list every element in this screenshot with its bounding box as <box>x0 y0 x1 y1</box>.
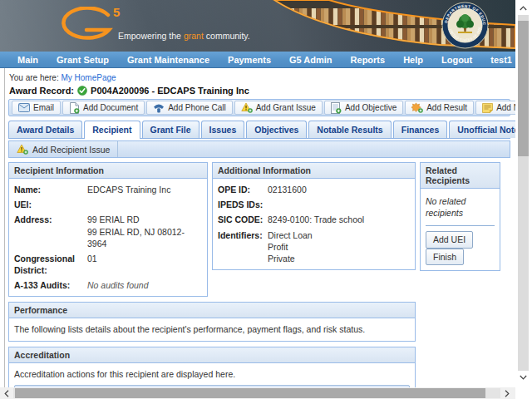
address-value: 99 ERIAL RD 99 ERIAL RD, NJ 08012-3964 <box>87 214 202 249</box>
add-grant-issue-button-label: Add Grant Issue <box>256 103 316 112</box>
add-objective-button-label: Add Objective <box>345 103 397 112</box>
breadcrumb-homepage-link[interactable]: My HomePage <box>61 73 116 82</box>
breadcrumb-label: You are here: <box>9 73 59 82</box>
award-tabstrip: Award Details Recipient Grant File Issue… <box>8 121 510 139</box>
recipient-sub-toolbar: Add Recipient Issue <box>8 140 510 158</box>
tagline-prefix: Empowering the <box>118 31 181 41</box>
nav-item-reports[interactable]: Reports <box>342 55 395 65</box>
recipient-tab-body: Recipient Information Name: EDCAPS Train… <box>8 162 510 387</box>
tab-award-details[interactable]: Award Details <box>8 121 82 138</box>
g5-logo-5: 5 <box>113 5 120 19</box>
recipient-information-title: Recipient Information <box>9 163 207 179</box>
tagline-highlight: grant <box>184 31 204 41</box>
nav-item-logout[interactable]: Logout <box>432 55 481 65</box>
sic-code-value: 8249-0100: Trade school <box>268 214 410 225</box>
a133-audits-value: No audits found <box>87 279 202 291</box>
performance-panel: Performance The following lists details … <box>8 302 416 341</box>
nav-item-payments[interactable]: Payments <box>219 55 280 65</box>
nav-item-grant-maintenance[interactable]: Grant Maintenance <box>118 55 219 65</box>
scroll-left-icon[interactable] <box>0 387 12 399</box>
add-recipient-issue-button[interactable]: Add Recipient Issue <box>9 141 118 157</box>
congressional-district-value: 01 <box>87 253 202 276</box>
add-grant-issue-button[interactable]: Add Grant Issue <box>234 101 323 115</box>
finish-button[interactable]: Finish <box>426 249 464 265</box>
result-star-plus-icon <box>411 102 423 113</box>
additional-information-panel: Additional Information OPE ID: 02131600 … <box>212 162 416 270</box>
a133-audits-label: A-133 Audits: <box>14 279 84 291</box>
nav-item-main[interactable]: Main <box>8 55 47 65</box>
divider <box>426 225 495 226</box>
objective-plus-icon <box>331 102 342 114</box>
identifiers-value: Direct Loan Profit Private <box>268 229 410 265</box>
ope-id-value: 02131600 <box>268 184 410 195</box>
content-area: You are here: My HomePage Award Record: … <box>4 68 515 387</box>
g5-application-window: 5 Empowering the grant community. DEPART… <box>0 0 532 399</box>
tab-finances[interactable]: Finances <box>393 121 448 138</box>
related-recipients-empty-message: No related recipients <box>426 194 495 224</box>
tab-grant-file[interactable]: Grant File <box>142 121 200 138</box>
add-document-button[interactable]: Add Document <box>62 101 145 115</box>
accreditation-title: Accreditation <box>9 347 415 363</box>
add-phone-call-button-label: Add Phone Call <box>168 103 226 112</box>
accreditation-panel: Accreditation Accreditation actions for … <box>8 347 416 387</box>
accreditation-description: Accreditation actions for this recipient… <box>14 368 410 380</box>
horizontal-scrollbar <box>0 387 515 399</box>
add-document-button-label: Add Document <box>83 103 138 112</box>
tagline-suffix: community. <box>206 31 250 41</box>
identifier-item: Direct Loan <box>268 229 410 241</box>
add-document-icon <box>69 102 80 114</box>
related-recipients-panel: Related Recipients No related recipients… <box>420 162 500 271</box>
name-value: EDCAPS Training Inc <box>87 184 202 195</box>
tab-issues[interactable]: Issues <box>201 121 245 138</box>
additional-information-title: Additional Information <box>213 163 415 179</box>
address-line2: 99 ERIAL RD, NJ 08012-3964 <box>87 226 202 249</box>
add-result-button[interactable]: Add Result <box>405 101 474 115</box>
related-recipients-title: Related Recipients <box>421 163 500 189</box>
add-objective-button[interactable]: Add Objective <box>324 101 403 115</box>
identifier-item: Private <box>268 253 410 264</box>
ipeds-ids-label: IPEDS IDs: <box>218 199 264 210</box>
add-uei-button[interactable]: Add UEI <box>426 231 473 248</box>
scroll-down-icon[interactable] <box>518 371 529 384</box>
vertical-scrollbar <box>515 0 532 387</box>
nav-item-grant-setup[interactable]: Grant Setup <box>47 55 118 65</box>
g5-logo <box>57 7 115 47</box>
email-button-label: Email <box>33 103 54 112</box>
add-note-button[interactable]: Add Note <box>475 101 515 115</box>
banner: 5 Empowering the grant community. DEPART… <box>0 0 515 52</box>
award-status-check-icon <box>77 86 87 96</box>
scroll-up-icon[interactable] <box>518 2 529 15</box>
award-record-label: Award Record: <box>9 86 74 96</box>
award-record-line: Award Record: P004A200096 - EDCAPS Train… <box>9 86 510 96</box>
tab-objectives[interactable]: Objectives <box>246 121 307 138</box>
warning-plus-icon <box>17 144 28 155</box>
add-recipient-issue-label: Add Recipient Issue <box>32 145 110 155</box>
tab-unofficial-notes[interactable]: Unofficial Notes <box>449 121 515 138</box>
vertical-scroll-thumb[interactable] <box>518 21 529 156</box>
add-result-button-label: Add Result <box>426 103 467 112</box>
ope-id-label: OPE ID: <box>218 184 264 195</box>
scrollbar-corner <box>515 387 532 399</box>
right-column: Related Recipients No related recipients… <box>420 162 500 387</box>
add-phone-call-button[interactable]: Add Phone Call <box>146 101 233 115</box>
email-button[interactable]: Email <box>12 101 61 115</box>
award-record-number: P004A200096 - EDCAPS Training Inc <box>91 86 249 96</box>
warning-plus-icon <box>241 102 253 113</box>
scroll-right-icon[interactable] <box>500 387 513 399</box>
main-nav-bar: Main Grant Setup Grant Maintenance Payme… <box>0 52 515 68</box>
add-note-button-label: Add Note <box>496 103 515 112</box>
phone-icon <box>153 103 165 113</box>
horizontal-scroll-thumb[interactable] <box>15 388 485 398</box>
performance-description: The following lists details about the re… <box>9 318 415 340</box>
address-line1: 99 ERIAL RD <box>87 214 202 225</box>
nav-item-g5-admin[interactable]: G5 Admin <box>280 55 342 65</box>
name-label: Name: <box>14 184 84 195</box>
left-column: Recipient Information Name: EDCAPS Train… <box>8 162 416 387</box>
congressional-district-label: Congressional District: <box>14 253 84 276</box>
breadcrumb: You are here: My HomePage <box>9 73 510 82</box>
tab-notable-results[interactable]: Notable Results <box>308 121 391 138</box>
tab-recipient[interactable]: Recipient <box>84 121 140 139</box>
email-icon <box>18 103 30 112</box>
ipeds-ids-value <box>268 199 410 210</box>
nav-item-help[interactable]: Help <box>394 55 432 65</box>
